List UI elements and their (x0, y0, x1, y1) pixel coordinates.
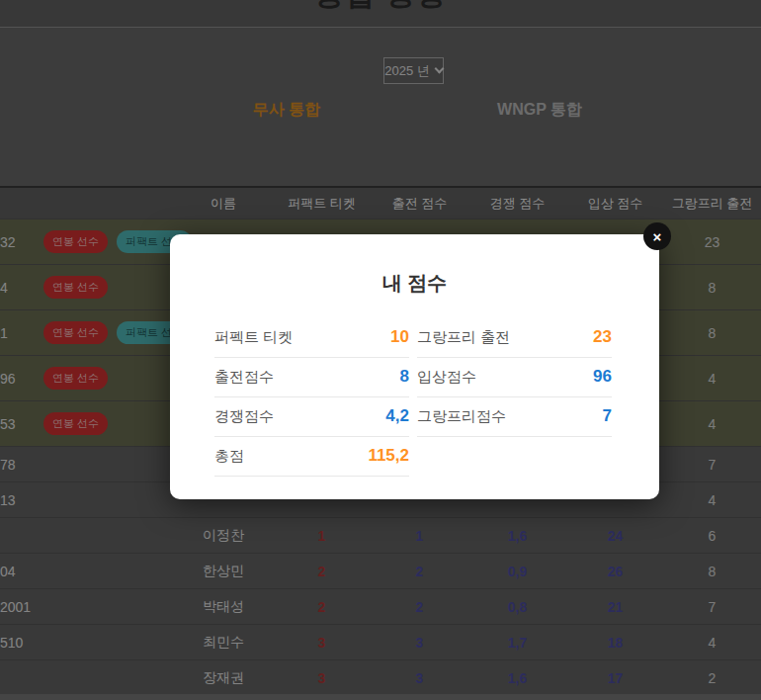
score-field: 그랑프리 출전23 (417, 318, 612, 358)
score-field-label: 그랑프리 출전 (417, 328, 510, 347)
modal-fields: 퍼펙트 티켓10그랑프리 출전23출전점수8입상점수96경쟁점수4,2그랑프리점… (214, 318, 612, 477)
score-field-value: 96 (593, 367, 612, 387)
score-field: 경쟁점수4,2 (214, 397, 409, 437)
score-field: 출전점수8 (214, 358, 409, 397)
score-field: 그랑프리점수7 (417, 397, 612, 437)
score-field: 퍼펙트 티켓10 (214, 318, 409, 358)
score-field-value: 23 (593, 327, 612, 347)
close-icon[interactable]: × (643, 222, 671, 250)
score-field-label: 출전점수 (214, 368, 274, 387)
score-field-label: 총점 (214, 447, 244, 466)
score-field-label: 입상점수 (417, 368, 476, 387)
score-field-value: 7 (603, 406, 612, 426)
score-field-value: 10 (390, 327, 409, 347)
score-field-value: 8 (400, 367, 409, 387)
score-field: 입상점수96 (417, 358, 612, 397)
modal-title: 내 점수 (170, 270, 659, 297)
score-field-label: 퍼펙트 티켓 (214, 328, 293, 347)
score-field-label: 경쟁점수 (214, 407, 274, 426)
score-field-value: 4,2 (385, 406, 409, 426)
score-field-label: 그랑프리점수 (417, 407, 506, 426)
score-field-value: 115,2 (368, 446, 409, 466)
my-score-modal: × 내 점수 퍼펙트 티켓10그랑프리 출전23출전점수8입상점수96경쟁점수4… (170, 234, 659, 499)
screen: 통합 랭킹 2025 년 무사 통합 WNGP 통합 이름 퍼팩트 티켓 출전 … (0, 0, 761, 700)
score-field: 총점115,2 (214, 437, 409, 477)
